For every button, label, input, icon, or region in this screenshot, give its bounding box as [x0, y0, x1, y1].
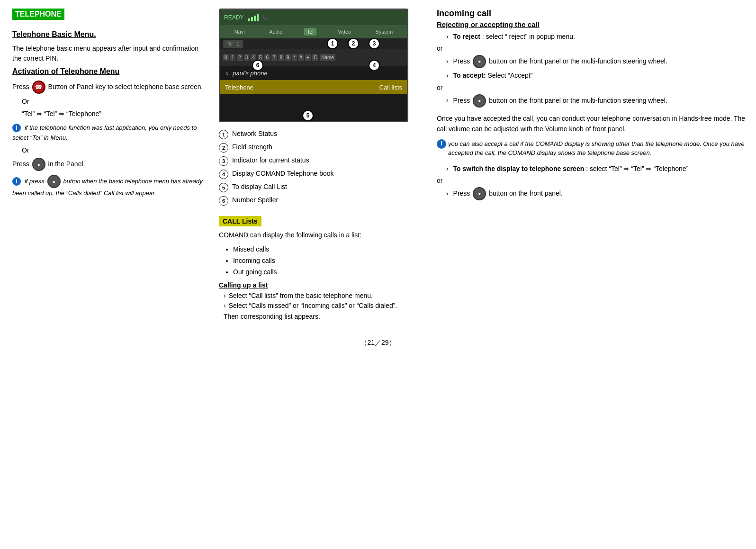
press-1-line: › Press ● button on the front panel or t…: [446, 55, 746, 68]
press-panel-suffix: in the Panel.: [48, 160, 85, 168]
telephone-basic-menu-title: Telephone Basic Menu.: [12, 30, 206, 39]
dial-key-plus: +: [305, 54, 311, 61]
item-3-text: Indicator for current status: [232, 155, 309, 165]
circle-3: 3: [219, 156, 228, 166]
screen-name-text: paul’s phone: [233, 70, 268, 77]
front-panel-btn-1[interactable]: ●: [473, 55, 486, 68]
or-1: Or: [22, 98, 206, 105]
middle-column: READY 📞 Navi Audio Tel: [213, 5, 431, 329]
to-reject-line: › To reject : select “ reject” in popup …: [446, 31, 746, 42]
nav-audio: Audio: [266, 28, 285, 36]
circle-num-4: 4: [369, 60, 380, 71]
dial-key-1: 1: [230, 54, 236, 61]
dial-key-9: 9: [285, 54, 291, 61]
info-italic-1: if the telephone function was last appli…: [12, 124, 197, 141]
dial-key-6: 6: [264, 54, 270, 61]
nav-system: System: [373, 28, 396, 36]
arrow-switch: ›: [446, 165, 449, 172]
call-lists-header: CALL Lists: [219, 216, 261, 226]
info-icon-1: i: [12, 124, 21, 132]
reject-section-title: Rejecting or accepting the call: [437, 20, 746, 28]
bullet-incoming: Incoming calls: [233, 255, 425, 267]
dial-key-star: *: [292, 54, 297, 61]
circle-5: 5: [219, 183, 228, 192]
screen-items-list: 1 Network Status 2 Field strength 3 Indi…: [219, 129, 425, 206]
panel-button[interactable]: ●: [32, 158, 45, 171]
list-item-2: 2 Field strength: [219, 142, 425, 153]
bullet-outgoing: Out going calls: [233, 267, 425, 278]
circle-num-3: 3: [369, 38, 380, 49]
dial-key-3: 3: [244, 54, 250, 61]
front-panel-btn-2[interactable]: ●: [473, 94, 486, 108]
calling-title: Calling up a list: [219, 281, 425, 289]
switch-label: To switch the display to telephone scree…: [453, 165, 585, 172]
nav-tel: Tel: [304, 28, 316, 36]
info-icon-2: i: [12, 177, 21, 186]
switch-line: › To switch the display to telephone scr…: [446, 163, 746, 174]
arrow-press-3: ›: [446, 189, 449, 197]
call-types-list: Missed calls Incoming calls Out going ca…: [233, 244, 425, 278]
list-item-3: 3 Indicator for current status: [219, 155, 425, 166]
item-4-text: Display COMAND Telephone book: [232, 169, 334, 179]
press-2-label: Press: [453, 96, 470, 104]
info-box-1: i if the telephone function was last app…: [12, 123, 206, 143]
circle-1: 1: [219, 130, 228, 139]
item-6-text: Number Speller: [232, 195, 278, 205]
circle-2: 2: [219, 143, 228, 153]
dial-key-name: Name: [320, 54, 335, 61]
dial-key-0: 0: [223, 54, 229, 61]
info-box-right: i you can also accept a call if the COMA…: [437, 139, 746, 158]
or-right-2: or: [437, 84, 746, 91]
page-footer: （21／29）: [5, 339, 751, 347]
info-box-2: i if press ● button when the basic telep…: [12, 175, 206, 198]
dial-key-hash: #: [298, 54, 304, 61]
screen-nav-bar: Navi Audio Tel Video System: [220, 25, 407, 38]
phone-screen-wrapper: READY 📞 Navi Audio Tel: [219, 9, 408, 122]
arrow-icon-1: ›: [224, 292, 226, 299]
press-panel-label: Press: [12, 160, 29, 168]
arrow-press-1: ›: [446, 57, 449, 65]
press-3-suffix: button on the front panel.: [489, 189, 563, 197]
nav-navi: Navi: [232, 28, 248, 36]
screen-bottom-left: Telephone: [225, 84, 253, 91]
press-2-suffix: button on the front panel or the multi-f…: [489, 96, 667, 104]
screen-bottom-bar: Telephone Call lists: [220, 80, 407, 94]
panel-button-2[interactable]: ●: [47, 175, 61, 188]
phone-screen: READY 📞 Navi Audio Tel: [219, 9, 408, 122]
dial-key-c: C: [312, 54, 318, 61]
info-icon-right: i: [437, 139, 446, 149]
tel-panel-button[interactable]: ☎: [32, 81, 45, 94]
right-column: Incoming call Rejecting or accepting the…: [431, 5, 751, 329]
circle-6: 6: [219, 196, 228, 206]
list-item-1: 1 Network Status: [219, 129, 425, 139]
dial-key-7: 7: [271, 54, 277, 61]
front-panel-btn-3[interactable]: ●: [473, 187, 486, 200]
circle-num-6: 6: [252, 60, 263, 71]
press-panel-line: Press ● in the Panel.: [12, 158, 206, 171]
calling-step-3: Then corresponding list appears.: [224, 312, 425, 322]
comand-intro: COMAND can display the following calls i…: [219, 230, 425, 240]
dial-key-8: 8: [279, 54, 284, 61]
bullet-missed: Missed calls: [233, 244, 425, 255]
switch-text: : select “Tel” ⇒ “Tel” ⇒ “Telephone”: [586, 165, 688, 172]
calling-step-2: › Select “Calls missed” or “Incoming cal…: [224, 302, 425, 309]
press-button-line: Press ☎ Button of Panel key to select te…: [12, 81, 206, 94]
circle-4: 4: [219, 170, 228, 179]
list-item-5: 5 To display Call List: [219, 182, 425, 192]
press-label: Press: [12, 83, 29, 90]
circle-num-5: 5: [302, 110, 314, 121]
calling-step-2-text: Select “Calls missed” or “Incoming calls…: [229, 302, 397, 309]
info-italic-2a: if press: [25, 178, 45, 185]
nav-video: Video: [335, 28, 354, 36]
item-2-text: Field strength: [232, 142, 272, 152]
intro-text: The telephone basic menu appears after i…: [12, 44, 206, 63]
list-item-6: 6 Number Speller: [219, 195, 425, 206]
screen-bottom-right: Call lists: [379, 84, 402, 91]
item-5-text: To display Call List: [232, 182, 287, 192]
incoming-call-title: Incoming call: [437, 9, 746, 18]
to-accept-label: To accept:: [453, 72, 486, 79]
or-right-3: or: [437, 177, 746, 184]
arrow-accept: ›: [446, 72, 449, 79]
press-3-label: Press: [453, 189, 470, 197]
to-accept-line: › To accept: Select “Accept”: [446, 70, 746, 81]
